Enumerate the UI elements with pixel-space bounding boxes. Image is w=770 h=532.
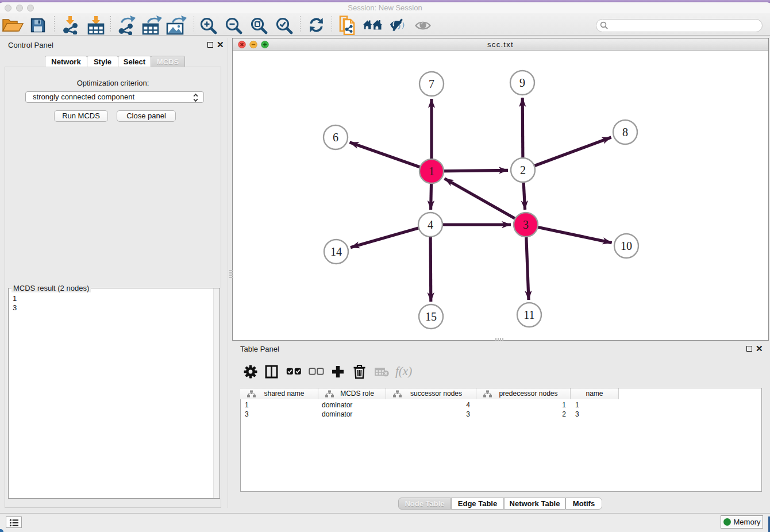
- svg-text:7: 7: [429, 78, 434, 90]
- svg-text:14: 14: [330, 245, 342, 258]
- svg-text:9: 9: [519, 76, 525, 89]
- svg-text:2: 2: [520, 164, 526, 176]
- svg-text:6: 6: [333, 131, 338, 144]
- svg-text:11: 11: [523, 309, 534, 321]
- svg-text:3: 3: [523, 218, 529, 231]
- svg-text:10: 10: [621, 240, 632, 252]
- svg-text:4: 4: [428, 218, 433, 231]
- svg-text:1: 1: [429, 165, 434, 178]
- svg-text:15: 15: [425, 310, 437, 323]
- svg-text:8: 8: [622, 126, 628, 138]
